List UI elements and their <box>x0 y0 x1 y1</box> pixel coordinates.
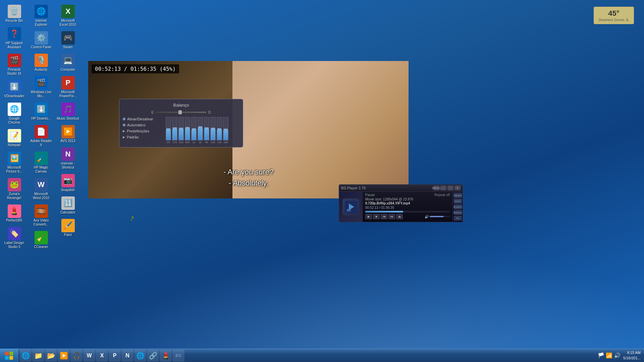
eq-band-fill-7 <box>211 129 215 140</box>
bsplayer-eject-btn[interactable]: ⏏ <box>396 214 403 219</box>
desktop-icon-music[interactable]: 🎵 Music Shortcut <box>55 101 80 122</box>
eq-band-thumb-9 <box>224 129 228 130</box>
desktop-icon-steam[interactable]: 🎮 Steam <box>55 30 80 51</box>
taskbar-ppt[interactable]: P <box>109 350 121 362</box>
eq-menu-item-3[interactable]: ▶ Padrão <box>123 135 163 139</box>
taskbar-clock[interactable]: 8:15 AM 5/16/201... <box>623 350 641 361</box>
bsplayer-prev-btn[interactable]: ⏮ <box>381 214 387 219</box>
taskbar-excel[interactable]: X <box>96 350 108 362</box>
weather-widget[interactable]: 45° Downers Grove, IL <box>594 7 634 24</box>
desktop-icon-hp-dl[interactable]: ⬇️ HP Downlo... <box>29 101 54 122</box>
bsplayer-audio-btn[interactable]: AUDIO <box>454 204 462 209</box>
eq-band-fill-0 <box>166 130 171 140</box>
taskbar-ie[interactable]: 🌐 <box>134 350 146 362</box>
tray-network-icon[interactable]: 📶 <box>606 352 612 359</box>
taskbar-network[interactable]: 🔗 <box>147 350 159 362</box>
taskbar-file-manager[interactable]: 📁 <box>32 350 44 362</box>
desktop-icon-computer[interactable]: 💻 Computer <box>55 52 80 73</box>
desktop-icon-hp-support[interactable]: ❓ HP Support Assistant <box>2 26 27 51</box>
taskbar-onenote[interactable]: N <box>121 350 133 362</box>
label-design-icon: 🏷️ <box>8 227 21 240</box>
eq-menu-item-0[interactable]: Ativar/Desativar <box>123 117 163 121</box>
eq-radio-1 <box>123 124 125 126</box>
desktop-icon-calculator[interactable]: 🔢 Calculator <box>55 195 80 216</box>
taskbar-folder[interactable]: 📂 <box>45 350 57 362</box>
balance-bar[interactable] <box>156 112 206 113</box>
desktop-icon-chrome[interactable]: 🌐 Google Chrome <box>2 101 27 126</box>
steam-label: Steam <box>63 45 73 49</box>
taskbar-zuma[interactable]: 💄 <box>160 350 172 362</box>
bsplayer-volume-fill <box>430 216 444 217</box>
taskbar-headphones[interactable]: 🎧 <box>70 350 83 362</box>
eq-menu-label-1: Automático <box>127 123 146 127</box>
eq-menu-item-1[interactable]: Automático <box>123 123 163 127</box>
bsplayer-radio-btn[interactable]: RADIO <box>454 210 462 215</box>
bsplayer-video-btn[interactable]: VIDEO <box>454 193 462 198</box>
bsplayer-maximize-btn[interactable]: □ <box>447 186 453 190</box>
taskbar-windows-media[interactable]: ▶️ <box>58 350 70 362</box>
desktop-icon-recycle-bin[interactable]: 🗑️ Recycle Bin <box>2 3 27 24</box>
eq-band-track-2[interactable] <box>178 117 184 140</box>
desktop-icon-snapdish[interactable]: 📷 Snapdish <box>55 173 80 193</box>
eq-band-track-6[interactable] <box>204 117 209 140</box>
bsplayer-menu-btn[interactable]: MENU <box>433 186 439 190</box>
desktop-icon-zuma[interactable]: 🐸 Zuma's Revenge! <box>2 177 27 201</box>
desktop-icon-control-panel[interactable]: ⚙️ Control Panel <box>29 30 54 51</box>
bsplayer-mini[interactable]: BS.Player 2.76 MENU — □ ✕ BS Pause Repea… <box>339 184 463 222</box>
perfect365-label: Perfect365 <box>6 219 22 223</box>
desktop-icon-powerpoint[interactable]: P Microsoft PowerPoi... <box>55 75 80 100</box>
desktop-icon-notepad[interactable]: 📝 Notepad <box>2 128 27 148</box>
tray-flag-icon[interactable]: 🏳️ <box>598 352 604 359</box>
start-button[interactable] <box>0 349 18 362</box>
taskbar-chrome[interactable]: 🌐 <box>19 350 32 362</box>
powerpoint-icon: P <box>61 76 75 89</box>
hp-support-label: HP Support Assistant <box>3 41 25 49</box>
desktop-icon-magic[interactable]: 🖌️ HP Magic Canvas <box>29 150 54 175</box>
eq-band-track-1[interactable] <box>172 117 177 140</box>
desktop-icon-onenote[interactable]: N onenote - Shortcut <box>55 146 80 171</box>
desktop-icon-excel[interactable]: X Microsoft Excel 2010 <box>55 3 80 28</box>
eq-band-track-4[interactable] <box>191 117 197 140</box>
desktop-icon-ie[interactable]: 🌐 Internet Explorer <box>29 3 54 28</box>
desktop-icon-word[interactable]: W Microsoft Word 2010 <box>29 177 54 201</box>
bsplayer-play-btn[interactable]: ▶ <box>365 214 372 219</box>
bsplayer-minimize-btn[interactable]: — <box>440 186 446 190</box>
desktop-icon-adobe[interactable]: 📄 Adobe Reader X <box>29 124 54 148</box>
desktop-icon-paint[interactable]: 🖌️ Paint <box>55 218 80 238</box>
eq-band-track-8[interactable] <box>217 117 222 140</box>
bsplayer-close-btn[interactable]: ✕ <box>454 186 461 190</box>
bsplayer-stop-btn[interactable]: ■ <box>373 214 380 219</box>
bsplayer-dvd-btn[interactable]: DVD <box>454 199 462 203</box>
desktop-icon-anyvideo[interactable]: 🎞️ Any Video Converti... <box>29 203 54 228</box>
desktop-icon-microsoft[interactable]: 🖼️ Microsoft Picture It... <box>2 150 27 175</box>
desktop-icon-perfect365[interactable]: 💄 Perfect365 <box>2 203 27 224</box>
desktop-icon-label-design[interactable]: 🏷️ Label Design Studio 5 <box>2 226 27 250</box>
onenote-label: onenote - Shortcut <box>57 162 79 170</box>
eq-band-label-9: 18k <box>224 141 228 144</box>
eq-band-track-7[interactable] <box>210 117 216 140</box>
desktop-icon-vdownloader[interactable]: ⬇️ VDownloader <box>2 79 27 100</box>
bsplayer-next-btn[interactable]: ⏭ <box>388 214 395 219</box>
eq-band-track-5[interactable] <box>198 117 203 140</box>
equalizer-popup[interactable]: Balanço E D Ativar/Desativar Automático … <box>119 99 243 147</box>
desktop-icon-wlm[interactable]: 🎬 Windows Live Mo... <box>29 75 54 100</box>
desktop-icon-pinnacle[interactable]: 🎬 Pinnacle Studio 16 <box>2 52 27 77</box>
desktop-icon-ccleaner[interactable]: 🧹 CCleaner <box>29 230 54 250</box>
bsplayer-logo: BS <box>342 198 359 215</box>
eq-menu-item-2[interactable]: ▶ Predefinições <box>123 129 163 133</box>
eq-band-label-6: 6k <box>205 141 208 144</box>
equalizer-menu: Ativar/Desativar Automático ▶ Predefiniç… <box>123 117 163 144</box>
bsplayer-volume-bar[interactable] <box>430 216 450 217</box>
tray-volume-icon[interactable]: 🔊 <box>614 352 621 359</box>
desktop-icon-audacity[interactable]: 🎙️ Audacity <box>29 52 54 73</box>
eq-band-fill-3 <box>185 128 190 140</box>
taskbar-word[interactable]: W <box>83 350 95 362</box>
eq-band-track-3[interactable] <box>185 117 190 140</box>
bsplayer-progress-bar[interactable] <box>365 211 450 213</box>
eq-band-thumb-7 <box>211 128 215 129</box>
eq-band-track-9[interactable] <box>223 117 228 140</box>
desktop-icon-avs[interactable]: ▶️ AVS 2013 <box>55 124 80 144</box>
taskbar-bsplayer[interactable]: BS <box>172 350 184 362</box>
eq-band-track-0[interactable] <box>166 117 171 140</box>
bsplayer-tv-btn[interactable]: TV <box>454 216 462 221</box>
